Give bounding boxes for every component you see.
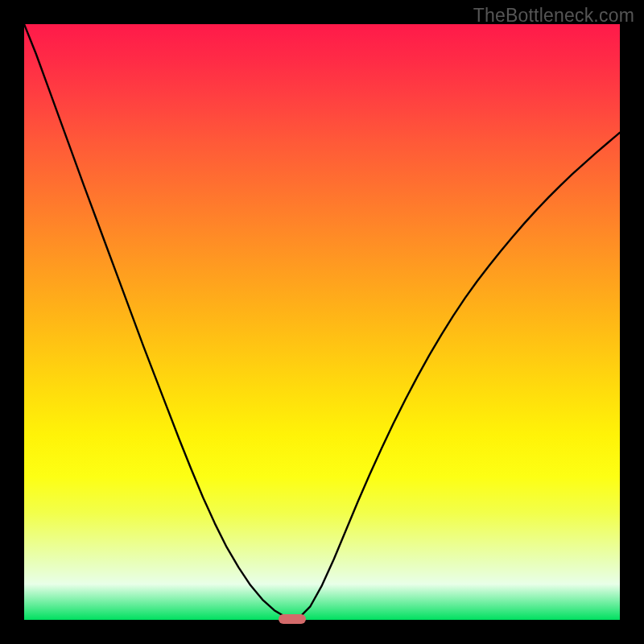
watermark-text: TheBottleneck.com <box>473 5 634 27</box>
optimal-marker <box>279 614 306 624</box>
plot-area <box>24 24 620 620</box>
chart-frame: TheBottleneck.com <box>0 0 644 644</box>
bottleneck-curve <box>24 24 620 620</box>
